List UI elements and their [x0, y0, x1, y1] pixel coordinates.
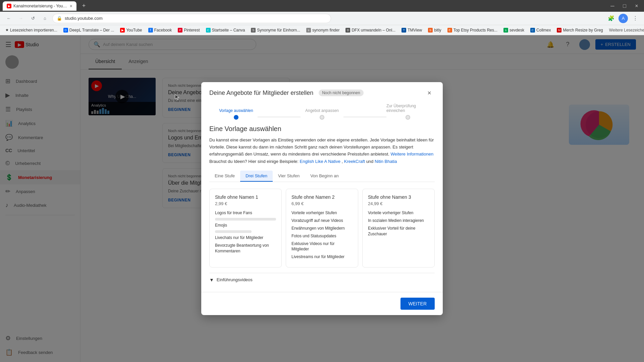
tier-card-3: Stufe ohne Namen 3 24,99 € Vorteile vorh… [362, 189, 435, 267]
tier-2-title: Stufe ohne Namen 2 [291, 194, 353, 200]
modal-overlay: Deine Angebote für Mitglieder erstellen … [0, 35, 644, 362]
bookmark-sevdesk[interactable]: s sevdesk [501, 27, 527, 33]
bookmark-synonyme[interactable]: S Synonyme für Einhorn... [248, 27, 303, 33]
expand-chevron-icon: ▼ [209, 277, 214, 283]
menu-icon[interactable]: ⋮ [631, 14, 640, 23]
bookmark-synonym-finder[interactable]: s synonym finder [304, 27, 342, 33]
back-button[interactable]: ← [4, 14, 13, 23]
tab-favicon: ▶ [7, 4, 11, 8]
tier-2-feature-4: Fotos und Statusupdates [291, 233, 353, 239]
window-minimize[interactable]: ─ [608, 1, 617, 11]
bookmark-bitly[interactable]: b bitly [425, 27, 444, 33]
step-2-label: Angebot anpassen [305, 108, 339, 113]
window-maximize[interactable]: □ [620, 1, 629, 11]
template-tabs: Eine Stufe Drei Stufen Vier Stufen Von B… [209, 171, 435, 182]
step-2: Angebot anpassen [301, 108, 343, 120]
tier-1-feature-2: Emojis [215, 223, 276, 228]
extensions-icon[interactable]: 🧩 [606, 14, 616, 23]
new-tab-button[interactable]: + [79, 1, 89, 11]
tier-1-feature-1: Logos für treue Fans [215, 210, 276, 216]
modal-header: Deine Angebote für Mitglieder erstellen … [201, 82, 443, 104]
modal-examples: Brauchst du Ideen? Hier sind einige Beis… [209, 159, 435, 164]
tier-2-price: 6,99 € [291, 201, 353, 206]
tier-1-price: 2,99 € [215, 201, 276, 206]
security-icon: 🔒 [57, 16, 62, 21]
bookmark-tmview[interactable]: T TMView [399, 27, 425, 33]
weiter-button[interactable]: WEITER [400, 298, 435, 310]
tier-3-title: Stufe ohne Namen 3 [368, 194, 429, 200]
expand-label: Einführungsvideos [217, 277, 253, 282]
tmpl-tab-von-beginn[interactable]: Von Beginn an [305, 171, 344, 182]
step-3-dot [406, 115, 410, 120]
browser-tab[interactable]: ▶ Kanalmonetarisierung - YouTu... × [3, 1, 76, 11]
bookmark-etsy[interactable]: E Top Etsy Products Res... [445, 27, 500, 33]
tmpl-tab-drei-stufen[interactable]: Drei Stufen [240, 171, 273, 182]
step-1: Vorlage auswählen [215, 108, 258, 120]
tier-3-feature-3: Exklusiver Vorteil für deine Zuschauer [368, 226, 429, 237]
bookmark-pinterest[interactable]: P Pinterest [175, 27, 202, 33]
tier-2-feature-5: Exklusive Videos nur für Mitglieder [291, 241, 353, 252]
tier-1-title: Stufe ohne Namen 1 [215, 194, 276, 200]
bookmark-youtube[interactable]: ▶ YouTube [117, 27, 145, 33]
bookmark-merch-resize[interactable]: M Merch Resize by Greg [554, 27, 605, 33]
close-tab-icon[interactable]: × [70, 3, 72, 9]
bookmark-facebook[interactable]: f Facebook [146, 27, 175, 33]
tier-cards-container: Stufe ohne Namen 1 2,99 € Logos für treu… [209, 189, 435, 267]
profile-icon[interactable]: A [619, 14, 628, 23]
modal-description: Du kannst eine dieser Vorlagen als Einst… [209, 137, 435, 158]
modal-body: Eine Vorlage auswählen Du kannst eine di… [201, 125, 443, 292]
browser-toolbar: ← → ↺ ⌂ 🔒 studio.youtube.com 🧩 A ⋮ [0, 12, 644, 25]
example-link-2[interactable]: KreekCraft [344, 159, 365, 164]
tier-3-price: 24,99 € [368, 201, 429, 206]
address-bar[interactable]: 🔒 studio.youtube.com [52, 14, 331, 23]
url-text: studio.youtube.com [65, 16, 103, 21]
forward-button[interactable]: → [16, 14, 25, 23]
tier-2-feature-6: Livestreams nur für Mitglieder [291, 254, 353, 260]
bookmark-lesezeichen[interactable]: ★ Lesezeichen importieren... [3, 27, 60, 33]
more-info-link[interactable]: Weitere Informationen [391, 152, 434, 157]
example-link-3[interactable]: Nitin Bhatia [375, 159, 397, 164]
modal-title: Deine Angebote für Mitglieder erstellen [209, 89, 313, 97]
step-3: Zur Überprüfung einreichen [386, 104, 429, 120]
tier-2-feature-1: Vorteile vorheriger Stufen [291, 210, 353, 216]
step-1-label: Vorlage auswählen [219, 108, 253, 113]
progress-steps: Vorlage auswählen Angebot anpassen Zur Ü… [201, 104, 443, 125]
bookmark-deepl[interactable]: D DeepL Translate – Der ... [61, 27, 117, 33]
bookmark-dfx[interactable]: D DFX umwandeln – Onl... [343, 27, 398, 33]
tier-card-1: Stufe ohne Namen 1 2,99 € Logos für treu… [209, 189, 282, 267]
tier-card-2: Stufe ohne Namen 2 6,99 € Vorteile vorhe… [286, 189, 358, 267]
more-bookmarks[interactable]: Weitere Lesezeichen [606, 27, 644, 33]
modal-status-badge: Noch nicht begonnen [319, 89, 363, 96]
bookmark-collmex[interactable]: C Collmex [528, 27, 553, 33]
tier-2-feature-2: Vorabzugriff auf neue Videos [291, 218, 353, 224]
tier-1-feature-4: Bevorzugte Beantwortung von Kommentaren [215, 243, 276, 254]
window-close[interactable]: × [632, 1, 641, 11]
reload-button[interactable]: ↺ [28, 14, 38, 23]
bookmarks-bar: ★ Lesezeichen importieren... D DeepL Tra… [0, 25, 644, 35]
tmpl-tab-vier-stufen[interactable]: Vier Stufen [273, 171, 305, 182]
tier-2-feature-3: Erwähnungen von Mitgliedern [291, 226, 353, 231]
tier-3-feature-1: Vorteile vorheriger Stufen [368, 210, 429, 216]
step-2-dot [320, 115, 324, 120]
modal-section-title: Eine Vorlage auswählen [209, 125, 435, 133]
tab-title: Kanalmonetarisierung - YouTu... [13, 4, 68, 8]
bookmark-canva[interactable]: C Startseite – Canva [203, 27, 248, 33]
tier-1-feature-3: Livechats nur für Mitglieder [215, 235, 276, 241]
modal-footer: WEITER [201, 292, 443, 315]
browser-chrome: ▶ Kanalmonetarisierung - YouTu... × + ─ … [0, 0, 644, 12]
tier-3-feature-2: In sozialen Medien interagieren [368, 218, 429, 224]
tmpl-tab-eine-stufe[interactable]: Eine Stufe [209, 171, 240, 182]
step-3-label: Zur Überprüfung einreichen [386, 104, 429, 113]
modal-dialog: Deine Angebote für Mitglieder erstellen … [201, 82, 443, 315]
modal-close-button[interactable]: × [424, 87, 435, 98]
example-link-1[interactable]: English Like A Native [300, 159, 340, 164]
step-1-dot [234, 115, 238, 120]
examples-text: Brauchst du Ideen? Hier sind einige Beis… [209, 159, 299, 164]
home-button[interactable]: ⌂ [40, 14, 50, 23]
expand-section[interactable]: ▼ Einführungsvideos [209, 273, 435, 287]
